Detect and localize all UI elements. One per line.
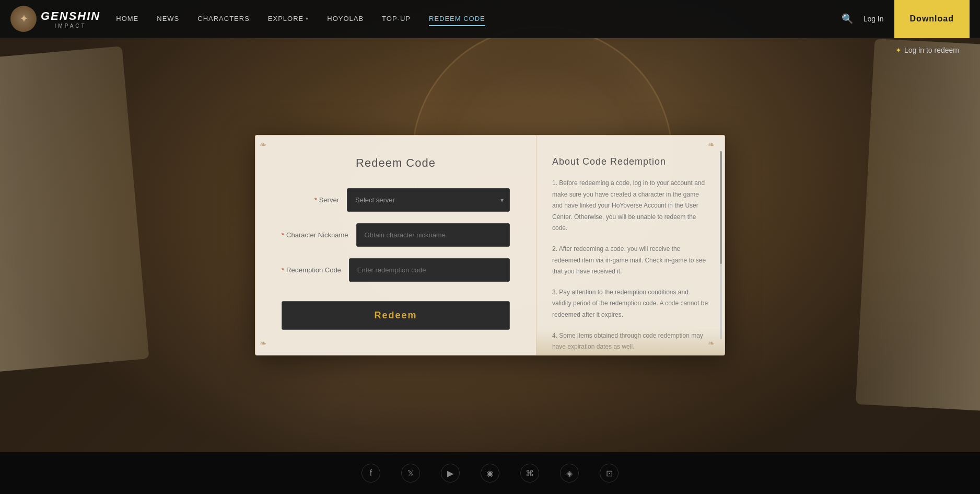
nav-topup[interactable]: TOP-UP — [382, 12, 411, 26]
bilibili-icon[interactable]: ⊡ — [600, 464, 619, 482]
info-text-4: 4. Some items obtained through code rede… — [552, 330, 709, 353]
corner-tl-icon: ❧ — [260, 140, 272, 152]
redemption-label: *Redemption Code — [282, 266, 341, 274]
download-button[interactable]: Download — [894, 0, 970, 38]
right-panel: About Code Redemption 1. Before redeemin… — [536, 135, 725, 355]
star-icon: ✦ — [895, 46, 902, 54]
info-text-1: 1. Before redeeming a code, log in to yo… — [552, 178, 709, 234]
server-row: *Server Select server America Europe Asi… — [282, 188, 510, 212]
search-icon[interactable]: 🔍 — [842, 13, 853, 25]
redemption-required-star: * — [282, 266, 284, 274]
footer: f 𝕏 ▶ ◉ ⌘ ◈ ⊡ — [0, 452, 980, 494]
server-select-wrapper[interactable]: Select server America Europe Asia TW/HK/… — [347, 188, 510, 212]
left-panel: Redeem Code *Server Select server Americ… — [255, 135, 536, 355]
login-link[interactable]: Log In — [864, 15, 884, 23]
logo-main: Genshin — [41, 9, 100, 23]
redemption-code-input[interactable] — [349, 258, 510, 282]
logo-icon: ✦ — [10, 6, 37, 32]
nav-hoyolab[interactable]: HoYoLAB — [327, 12, 364, 26]
nav-explore[interactable]: EXPLORE ▾ — [268, 12, 309, 26]
nav-right: 🔍 Log In Download — [842, 0, 970, 38]
logo-text: Genshin IMPACT — [41, 9, 100, 29]
logo-sub: IMPACT — [41, 23, 100, 29]
scrollbar-thumb — [720, 151, 722, 264]
explore-chevron-icon: ▾ — [306, 16, 309, 21]
info-text-3: 3. Pay attention to the redemption condi… — [552, 287, 709, 321]
scrollbar[interactable] — [720, 151, 722, 339]
facebook-icon[interactable]: f — [361, 464, 380, 482]
nav-redeemcode[interactable]: REDEEM CODE — [429, 12, 485, 26]
redemption-code-row: *Redemption Code — [282, 258, 510, 282]
character-nickname-input[interactable] — [356, 223, 510, 247]
corner-bl-icon: ❧ — [260, 338, 272, 351]
nav-news[interactable]: NEWS — [157, 12, 179, 26]
nav-characters[interactable]: CHARACTERS — [197, 12, 250, 26]
server-select[interactable]: Select server America Europe Asia TW/HK/… — [347, 188, 510, 212]
info-text-2: 2. After redeeming a code, you will rece… — [552, 244, 709, 278]
character-required-star: * — [282, 231, 284, 239]
character-row: *Character Nickname — [282, 223, 510, 247]
instagram-icon[interactable]: ◉ — [481, 464, 499, 482]
server-label: *Server — [282, 196, 339, 204]
left-panel-title: Redeem Code — [282, 156, 510, 170]
hero-area: ✦ Log in to redeem ❧ ❧ ❧ ❧ Redeem Code *… — [0, 38, 980, 452]
login-redeem-link[interactable]: ✦ Log in to redeem — [895, 46, 959, 54]
redeem-modal: ❧ ❧ ❧ ❧ Redeem Code *Server Select serve… — [255, 135, 725, 355]
navbar: ✦ Genshin IMPACT HOME NEWS CHARACTERS EX… — [0, 0, 980, 38]
discord-icon[interactable]: ⌘ — [520, 464, 539, 482]
logo[interactable]: ✦ Genshin IMPACT — [10, 6, 100, 32]
redeem-button[interactable]: Redeem — [282, 301, 510, 330]
character-label: *Character Nickname — [282, 231, 348, 239]
youtube-icon[interactable]: ▶ — [441, 464, 460, 482]
server-required-star: * — [314, 196, 317, 204]
nav-home[interactable]: HOME — [116, 12, 138, 26]
reddit-icon[interactable]: ◈ — [560, 464, 579, 482]
right-panel-title: About Code Redemption — [552, 156, 709, 167]
twitter-icon[interactable]: 𝕏 — [401, 464, 420, 482]
nav-links: HOME NEWS CHARACTERS EXPLORE ▾ HoYoLAB T… — [116, 12, 841, 26]
